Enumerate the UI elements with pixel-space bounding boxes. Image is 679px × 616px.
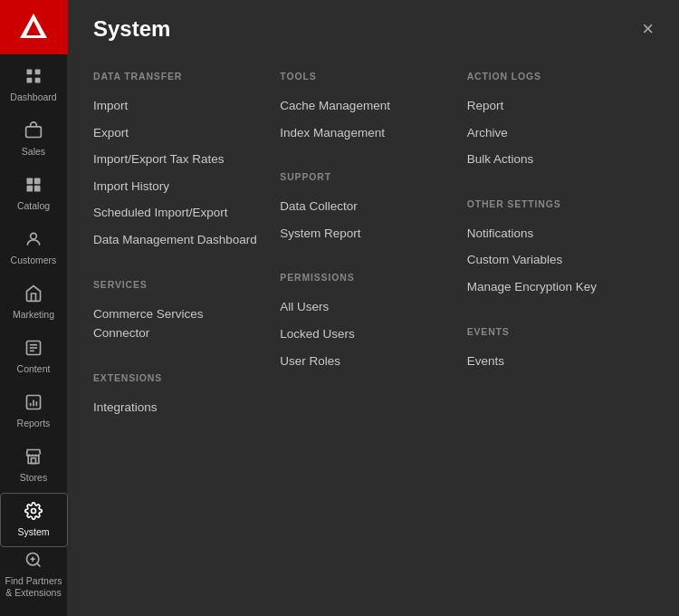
menu-link-import-export-tax[interactable]: Import/Export Tax Rates	[93, 146, 262, 173]
section-tools: TOOLSCache ManagementIndex Management	[280, 71, 448, 171]
sidebar-item-label-find-partners: Find Partners& Extensions	[5, 575, 62, 598]
svg-rect-7	[27, 178, 33, 185]
menu-link-cache-management[interactable]: Cache Management	[280, 92, 448, 120]
section-extensions: EXTENSIONSIntegrations	[93, 372, 262, 447]
menu-column-2: TOOLSCache ManagementIndex ManagementSUP…	[280, 71, 466, 446]
menu-link-events-link[interactable]: Events	[467, 348, 636, 375]
section-header-tools: TOOLS	[280, 71, 448, 82]
menu-link-scheduled-import-export[interactable]: Scheduled Import/Export	[93, 199, 262, 226]
menu-link-integrations[interactable]: Integrations	[93, 394, 262, 421]
svg-line-20	[37, 563, 41, 567]
close-button[interactable]: ×	[642, 19, 654, 39]
svg-rect-6	[26, 127, 42, 138]
sidebar-item-label-sales: Sales	[22, 146, 45, 158]
svg-rect-10	[34, 186, 41, 192]
menu-link-data-collector[interactable]: Data Collector	[280, 193, 448, 220]
dashboard-icon	[24, 67, 43, 88]
menu-link-all-users[interactable]: All Users	[280, 294, 448, 321]
section-header-extensions: EXTENSIONS	[93, 372, 262, 383]
section-events: EVENTSEvents	[467, 326, 636, 400]
page-header: System ×	[68, 0, 679, 56]
svg-rect-5	[35, 78, 41, 83]
stores-icon	[24, 448, 43, 468]
menu-link-user-roles[interactable]: User Roles	[280, 348, 448, 375]
main-content: System × DATA TRANSFERImportExportImport…	[68, 0, 679, 616]
sales-icon	[24, 121, 43, 142]
sidebar-item-reports[interactable]: Reports	[0, 384, 68, 438]
marketing-icon	[24, 284, 43, 305]
sidebar-item-content[interactable]: Content	[0, 330, 68, 384]
menu-link-bulk-actions[interactable]: Bulk Actions	[467, 146, 636, 173]
sidebar-item-label-content: Content	[17, 363, 51, 375]
reports-icon	[24, 393, 43, 414]
menu-link-archive[interactable]: Archive	[467, 120, 636, 147]
menu-column-3: ACTION LOGSReportArchiveBulk ActionsOTHE…	[467, 71, 654, 446]
sidebar-item-label-dashboard: Dashboard	[10, 91, 56, 103]
sidebar-item-marketing[interactable]: Marketing	[0, 275, 68, 330]
content-icon	[24, 339, 43, 360]
sidebar-item-label-marketing: Marketing	[13, 309, 54, 321]
svg-rect-8	[34, 178, 41, 185]
menu-link-notifications[interactable]: Notifications	[467, 220, 636, 247]
sidebar-item-label-customers: Customers	[11, 255, 57, 266]
svg-rect-17	[32, 458, 36, 464]
menu-link-import-history[interactable]: Import History	[93, 173, 262, 200]
section-header-services: SERVICES	[93, 279, 262, 290]
section-services: SERVICESCommerce Services Connector	[93, 279, 262, 372]
menu-link-import[interactable]: Import	[93, 92, 262, 120]
section-header-permissions: PERMISSIONS	[280, 272, 448, 283]
sidebar-item-catalog[interactable]: Catalog	[0, 167, 68, 221]
system-icon	[24, 502, 43, 523]
section-header-events: EVENTS	[467, 326, 636, 337]
section-header-support: SUPPORT	[280, 171, 448, 182]
sidebar-item-customers[interactable]: Customers	[0, 221, 68, 275]
section-header-data-transfer: DATA TRANSFER	[93, 71, 262, 82]
page-title: System	[93, 16, 170, 42]
sidebar-item-find-partners[interactable]: Find Partners& Extensions	[0, 547, 68, 602]
section-permissions: PERMISSIONSAll UsersLocked UsersUser Rol…	[280, 272, 448, 399]
menu-link-report[interactable]: Report	[467, 92, 636, 120]
customers-icon	[24, 230, 43, 251]
sidebar-item-label-reports: Reports	[17, 418, 51, 429]
menu-link-locked-users[interactable]: Locked Users	[280, 321, 448, 348]
catalog-icon	[24, 176, 43, 197]
sidebar-item-stores[interactable]: Stores	[0, 438, 68, 493]
menu-column-1: DATA TRANSFERImportExportImport/Export T…	[93, 71, 280, 446]
section-header-other-settings: OTHER SETTINGS	[467, 198, 636, 209]
menu-link-data-management-dashboard[interactable]: Data Management Dashboard	[93, 226, 262, 254]
sidebar-item-label-catalog: Catalog	[17, 200, 50, 212]
find-partners-icon	[24, 551, 43, 572]
sidebar: DashboardSalesCatalogCustomersMarketingC…	[0, 0, 68, 616]
section-support: SUPPORTData CollectorSystem Report	[280, 171, 448, 272]
section-header-action-logs: ACTION LOGS	[467, 71, 636, 82]
sidebar-item-system[interactable]: System	[0, 493, 68, 547]
menu-link-system-report[interactable]: System Report	[280, 220, 448, 247]
menu-grid: DATA TRANSFERImportExportImport/Export T…	[68, 56, 679, 616]
menu-link-index-management[interactable]: Index Management	[280, 120, 448, 147]
menu-link-custom-variables[interactable]: Custom Variables	[467, 246, 636, 274]
section-data-transfer: DATA TRANSFERImportExportImport/Export T…	[93, 71, 262, 279]
svg-rect-2	[27, 70, 33, 75]
svg-rect-9	[27, 186, 33, 192]
svg-rect-3	[35, 70, 41, 75]
section-action-logs: ACTION LOGSReportArchiveBulk Actions	[467, 71, 636, 198]
sidebar-item-label-stores: Stores	[20, 472, 47, 484]
svg-rect-4	[27, 78, 33, 83]
sidebar-item-sales[interactable]: Sales	[0, 112, 68, 167]
svg-point-18	[32, 509, 36, 514]
section-other-settings: OTHER SETTINGSNotificationsCustom Variab…	[467, 198, 636, 326]
menu-link-manage-encryption-key[interactable]: Manage Encryption Key	[467, 274, 636, 301]
sidebar-item-dashboard[interactable]: Dashboard	[0, 58, 68, 112]
menu-link-commerce-services-connector[interactable]: Commerce Services Connector	[93, 301, 262, 347]
menu-link-export[interactable]: Export	[93, 120, 262, 147]
svg-point-11	[31, 234, 37, 240]
sidebar-item-label-system: System	[17, 526, 49, 538]
app-logo[interactable]	[0, 0, 68, 54]
